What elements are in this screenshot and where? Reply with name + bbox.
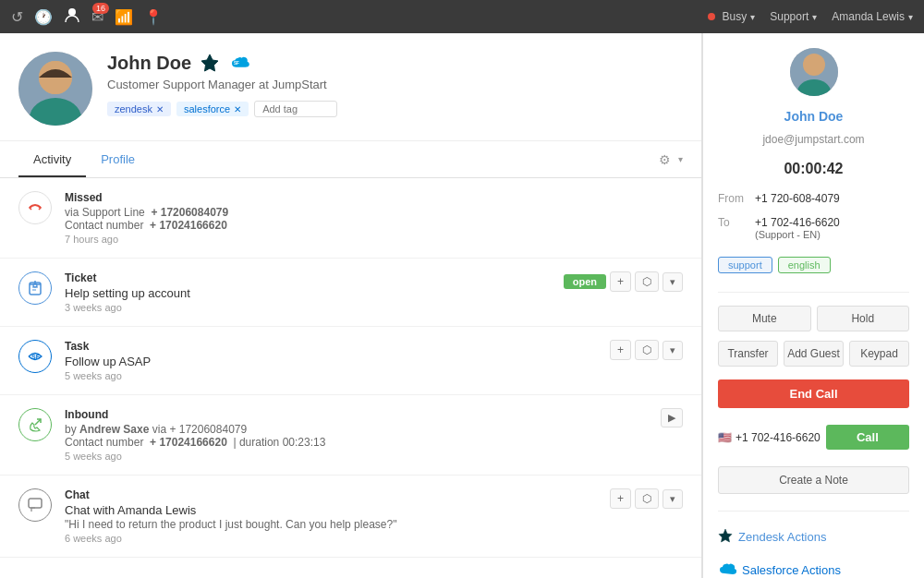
to-label: To <box>718 216 748 240</box>
chat-share-btn[interactable]: ⬡ <box>635 488 659 509</box>
svg-rect-8 <box>29 499 42 508</box>
missed-line1: via Support Line + 17206084079 <box>65 206 683 219</box>
top-nav: ↺ 🕐 ✉ 16 📶 📍 Busy Support Amanda Lewis <box>0 0 924 33</box>
activity-item-ticket: Ticket Help setting up account 3 weeks a… <box>0 259 701 327</box>
tag-zendesk-close[interactable]: ✕ <box>156 104 164 114</box>
missed-type: Missed <box>65 191 683 204</box>
activity-item-task: SF Task Follow up ASAP 5 weeks ago + ⬡ ▾ <box>0 327 701 395</box>
divider-1 <box>718 292 909 293</box>
task-type: Task <box>65 340 597 353</box>
missed-time: 7 hours ago <box>65 234 683 245</box>
ticket-icon <box>18 271 52 305</box>
ticket-open-badge: open <box>564 274 606 289</box>
hold-button[interactable]: Hold <box>817 306 910 331</box>
profile-name-row: John Doe SF <box>107 52 683 74</box>
to-number: +1 702-416-6620 <box>755 216 840 229</box>
call-dial-row: 🇺🇸 +1 702-416-6620 Call <box>718 425 909 450</box>
ticket-share-btn[interactable]: ⬡ <box>635 271 659 292</box>
ticket-actions: open + ⬡ ▾ <box>564 271 683 292</box>
profile-name-text: John Doe <box>107 53 191 74</box>
call-button[interactable]: Call <box>826 425 909 450</box>
task-content: Task Follow up ASAP 5 weeks ago <box>65 340 597 381</box>
call-timer: 00:00:42 <box>718 161 909 177</box>
salesforce-actions-icon <box>718 562 736 578</box>
nav-right: Busy Support Amanda Lewis <box>708 10 913 23</box>
task-share-btn[interactable]: ⬡ <box>635 340 659 360</box>
call-number: 🇺🇸 +1 702-416-6620 <box>718 431 821 444</box>
activity-item-inbound: Inbound by Andrew Saxe via + 17206084079… <box>0 395 701 476</box>
salesforce-actions-link[interactable]: Salesforce Actions <box>718 559 909 578</box>
inbound-more-btn[interactable]: ▶ <box>661 408 683 427</box>
from-number: +1 720-608-4079 <box>755 192 840 205</box>
status-indicator[interactable]: Busy <box>708 10 756 23</box>
missed-content: Missed via Support Line + 17206084079 Co… <box>65 191 683 245</box>
add-guest-button[interactable]: Add Guest <box>784 341 844 367</box>
contact-name: John Doe <box>718 109 909 124</box>
tab-profile[interactable]: Profile <box>86 141 150 177</box>
call-to-row: To +1 702-416-6620 (Support - EN) <box>718 216 909 240</box>
mail-icon[interactable]: ✉ 16 <box>91 8 103 26</box>
task-icon: SF <box>18 340 52 373</box>
chat-add-btn[interactable]: + <box>610 488 631 509</box>
task-more-btn[interactable]: ▾ <box>663 341 683 360</box>
activity-item-missed: Missed via Support Line + 17206084079 Co… <box>0 178 701 259</box>
chat-content: Chat Chat with Amanda Lewis "Hi I need t… <box>65 488 597 544</box>
chat-actions: + ⬡ ▾ <box>610 488 683 509</box>
transfer-button[interactable]: Transfer <box>718 341 778 367</box>
mute-hold-row: Mute Hold <box>718 306 909 331</box>
refresh-icon[interactable]: ↺ <box>11 8 23 26</box>
activity-item-chat: Chat Chat with Amanda Lewis "Hi I need t… <box>0 476 701 558</box>
call-tag-english: english <box>778 257 831 273</box>
svg-point-10 <box>803 54 825 76</box>
inbound-line1: by Andrew Saxe via + 17206084079 <box>65 423 648 436</box>
end-call-button[interactable]: End Call <box>718 379 909 408</box>
tag-salesforce: salesforce ✕ <box>176 102 249 116</box>
chart-icon[interactable]: 📶 <box>115 8 133 26</box>
tab-activity[interactable]: Activity <box>18 141 86 177</box>
call-tag-support: support <box>718 257 772 273</box>
zendesk-actions-icon <box>718 528 733 546</box>
mute-button[interactable]: Mute <box>718 306 811 331</box>
to-sub: (Support - EN) <box>755 229 840 240</box>
task-add-btn[interactable]: + <box>610 340 631 360</box>
tag-salesforce-close[interactable]: ✕ <box>234 104 241 114</box>
zendesk-actions-link[interactable]: Zendesk Actions <box>718 524 909 549</box>
person-icon[interactable] <box>64 6 80 27</box>
create-note-button[interactable]: Create a Note <box>718 466 909 494</box>
keypad-button[interactable]: Keypad <box>849 341 909 367</box>
pin-icon[interactable]: 📍 <box>144 8 163 26</box>
settings-gear-icon[interactable]: ⚙ <box>659 152 671 167</box>
ticket-title: Help setting up account <box>65 286 551 300</box>
main-layout: John Doe SF Customer <box>0 33 924 578</box>
user-dropdown[interactable]: Amanda Lewis <box>832 10 913 23</box>
zendesk-integration-icon <box>199 52 221 74</box>
inbound-actions: ▶ <box>661 408 683 427</box>
chat-icon <box>18 488 52 522</box>
chevron-down-icon[interactable]: ▾ <box>678 154 683 164</box>
svg-text:SF: SF <box>234 61 239 66</box>
from-label: From <box>718 192 748 205</box>
ticket-more-btn[interactable]: ▾ <box>663 272 683 292</box>
ticket-time: 3 weeks ago <box>65 302 551 313</box>
inbound-content: Inbound by Andrew Saxe via + 17206084079… <box>65 408 648 462</box>
inbound-icon <box>18 408 52 441</box>
chat-title: Chat with Amanda Lewis <box>65 503 597 517</box>
task-time: 5 weeks ago <box>65 370 597 381</box>
chat-time: 6 weeks ago <box>65 533 597 544</box>
support-dropdown[interactable]: Support <box>770 10 817 23</box>
clock-icon[interactable]: 🕐 <box>34 8 53 26</box>
profile-info: John Doe SF Customer <box>107 52 683 117</box>
profile-title: Customer Support Manager at JumpStart <box>107 78 683 91</box>
tabs-right: ⚙ ▾ <box>659 152 683 167</box>
inbound-line2: Contact number + 17024166620 | duration … <box>65 436 648 449</box>
to-info: +1 702-416-6620 (Support - EN) <box>755 216 840 240</box>
missed-line2: Contact number + 17024166620 <box>65 219 683 232</box>
ticket-add-btn[interactable]: + <box>610 271 631 292</box>
mail-badge: 16 <box>92 3 109 14</box>
add-tag-input[interactable] <box>254 101 337 117</box>
left-panel: John Doe SF Customer <box>0 33 702 578</box>
task-actions: + ⬡ ▾ <box>610 340 683 360</box>
task-title: Follow up ASAP <box>65 355 597 368</box>
chat-more-btn[interactable]: ▾ <box>663 489 683 509</box>
inbound-time: 5 weeks ago <box>65 451 648 462</box>
